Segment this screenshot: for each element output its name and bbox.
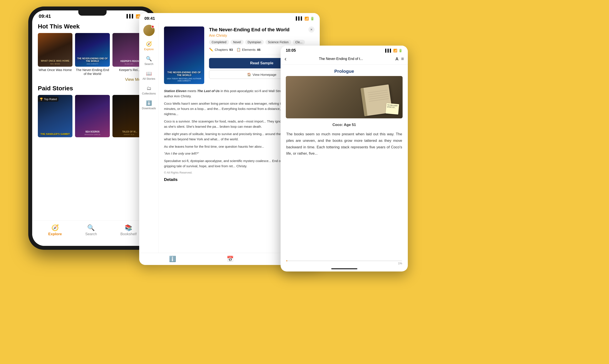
tag-completed[interactable]: Completed xyxy=(209,40,229,45)
sidebar-explore-label: Explore xyxy=(144,48,153,51)
nav-item-explore[interactable]: 🧭 Explore xyxy=(48,224,62,236)
tag-scifi[interactable]: Science Fiction xyxy=(265,40,291,45)
tablet-wifi-icon: 📶 xyxy=(304,16,309,21)
sidebar-all-stories-icon: 📖 xyxy=(146,71,152,77)
home-icon: 🏠 xyxy=(247,73,251,77)
reader-progress-fill xyxy=(286,260,287,261)
hot-books-grid: WHAT ONCE WAS HOME B.K. BASS What Once W… xyxy=(38,33,147,76)
sidebar-item-collections[interactable]: 🗂 Collections xyxy=(142,86,156,95)
tablet-signal-icon: ▌▌▌ xyxy=(296,16,303,20)
book-card-sea[interactable]: SEA SCEROS BRANSON GARCIA xyxy=(75,95,110,137)
sidebar-all-stories-label: All Stories xyxy=(142,77,155,80)
book-title-never-ending: The Never-Ending End of the World xyxy=(75,68,110,76)
bookshelf-label: Bookshelf xyxy=(120,232,137,236)
book-detail-cover: THE NEVER-ENDING END OF THE WORLD USA TO… xyxy=(164,26,204,84)
book-cover-what-once: WHAT ONCE WAS HOME B.K. BASS xyxy=(38,33,72,67)
reader-progress-label: 1% xyxy=(286,262,402,265)
book-cover-never-ending: THE NEVER-ENDING END OF THE WORLD ANN CH… xyxy=(75,33,110,67)
reader-home-bar xyxy=(331,268,357,269)
book-cover-handler: 🏆 Top Rated THE HANDLER'S GAMBIT xyxy=(38,95,72,137)
bottom-calendar-icon[interactable]: 📅 xyxy=(227,256,234,262)
phone-1-bottom-nav: 🧭 Explore 🔍 Search 📚 Bookshelf xyxy=(32,220,153,246)
view-more-link[interactable]: View More › xyxy=(38,77,147,82)
tag-dystopian[interactable]: Dystopian xyxy=(245,40,264,45)
reader-time: 10:05 xyxy=(286,48,296,53)
chapters-icon: ✏️ xyxy=(209,48,213,52)
phone-notch xyxy=(78,11,107,16)
explore-label: Explore xyxy=(48,232,62,236)
signal-icon: ▌▌▌ xyxy=(126,14,134,18)
bookshelf-icon: 📚 xyxy=(125,224,132,231)
reader-illustration: TO DELIVERSTOC-ST... xyxy=(286,76,402,118)
book-card-never-ending[interactable]: THE NEVER-ENDING END OF THE WORLD ANN CH… xyxy=(75,33,110,76)
reader-progress-container: 1% xyxy=(281,259,408,266)
elements-value: 46 xyxy=(257,48,261,52)
tag-other[interactable]: Cle... xyxy=(293,40,305,45)
sidebar-downloads-icon: ⬇️ xyxy=(146,100,152,106)
nav-item-bookshelf[interactable]: 📚 Bookshelf xyxy=(120,224,137,236)
sidebar-avatar-container xyxy=(143,25,155,36)
sidebar-search-icon: 🔍 xyxy=(146,56,152,62)
close-button[interactable]: ✕ xyxy=(308,26,315,33)
sidebar-downloads-label: Downloads xyxy=(142,107,156,110)
sidebar-item-search[interactable]: 🔍 Search xyxy=(144,56,153,65)
paid-books-grid: 🏆 Top Rated THE HANDLER'S GAMBIT SEA SCE… xyxy=(38,95,147,137)
sidebar-item-explore[interactable]: 🧭 Explore xyxy=(144,41,153,51)
reader-font-button[interactable]: A xyxy=(395,56,399,62)
book-card-handler[interactable]: 🏆 Top Rated THE HANDLER'S GAMBIT xyxy=(38,95,72,137)
avatar-notification-dot xyxy=(151,25,154,28)
phone-1-time: 09:41 xyxy=(39,13,51,19)
reader-status-icons: ▌▌▌ 📶 🔋 xyxy=(385,49,402,52)
chapters-label: Chapters xyxy=(215,48,228,52)
tag-novel[interactable]: Novel xyxy=(231,40,244,45)
search-icon: 🔍 xyxy=(87,224,95,231)
reader: 10:05 ▌▌▌ 📶 🔋 ‹ The Never-Ending End of … xyxy=(281,46,408,272)
tags-row: Completed Novel Dystopian Science Fictio… xyxy=(209,40,315,45)
book-card-what-once[interactable]: WHAT ONCE WAS HOME B.K. BASS What Once W… xyxy=(38,33,72,76)
elements-label: Elements xyxy=(242,48,256,52)
book-detail-title: The Never-Ending End of the World xyxy=(209,27,315,33)
reader-home-indicator xyxy=(281,266,408,272)
reader-progress-track xyxy=(286,260,402,261)
phone-1: 09:41 ▌▌▌ 📶 🔋 Hot This Week WHAT ONCE WA… xyxy=(28,7,157,250)
tablet-status-bar: 09:41 ▌▌▌ 📶 🔋 xyxy=(139,13,320,23)
book-title-what-once: What Once Was Home xyxy=(38,68,72,72)
paid-section-title: Paid Stories xyxy=(38,85,147,92)
explore-icon: 🧭 xyxy=(51,224,59,231)
sidebar-item-downloads[interactable]: ⬇️ Downloads xyxy=(142,100,156,110)
nav-item-search[interactable]: 🔍 Search xyxy=(85,224,97,236)
tablet-battery-icon: 🔋 xyxy=(310,16,315,21)
reader-status-bar: 10:05 ▌▌▌ 📶 🔋 xyxy=(281,46,408,54)
reader-chapter-subtitle: Coco: Age 51 xyxy=(281,121,408,129)
hot-section-title: Hot This Week xyxy=(38,23,147,30)
view-homepage-label: View Homepage xyxy=(252,73,277,77)
phone-1-home-indicator xyxy=(78,243,107,244)
reader-toc-button[interactable]: ≡ xyxy=(401,56,404,62)
reader-signal-icon: ▌▌▌ xyxy=(385,49,392,52)
reader-nav-bar: ‹ The Never-Ending End of t... A ≡ xyxy=(281,54,408,65)
book-detail-author: Ann Christy xyxy=(209,34,315,38)
sidebar-search-label: Search xyxy=(144,62,153,65)
bottom-info-icon[interactable]: ℹ️ xyxy=(169,256,176,262)
tablet-sidebar: 🧭 Explore 🔍 Search 📖 All Stories 🗂 Colle… xyxy=(139,23,159,253)
sidebar-collections-label: Collections xyxy=(142,92,156,95)
tablet-time: 09:41 xyxy=(144,16,155,21)
reader-back-button[interactable]: ‹ xyxy=(285,55,286,62)
sidebar-collections-icon: 🗂 xyxy=(147,86,151,91)
search-label: Search xyxy=(85,232,97,236)
stat-chapters: ✏️ Chapters 93 xyxy=(209,48,233,52)
book-cover-sea: SEA SCEROS BRANSON GARCIA xyxy=(75,95,110,137)
elements-icon: 📋 xyxy=(236,48,241,52)
top-rated-badge: 🏆 Top Rated xyxy=(38,97,58,102)
sidebar-explore-icon: 🧭 xyxy=(146,41,152,47)
reader-text-content: The books seem so much more present when… xyxy=(281,129,408,259)
reader-title-text: The Never-Ending End of t... xyxy=(286,57,395,61)
reader-battery-icon: 🔋 xyxy=(399,49,402,52)
sidebar-item-all-stories[interactable]: 📖 All Stories xyxy=(142,71,155,80)
reader-wifi-icon: 📶 xyxy=(393,49,397,52)
stat-elements: 📋 Elements 46 xyxy=(236,48,261,52)
reader-chapter-heading: Prologue xyxy=(281,65,408,76)
sticky-note: TO DELIVERSTOC-ST... xyxy=(386,103,399,115)
phone-1-screen: 09:41 ▌▌▌ 📶 🔋 Hot This Week WHAT ONCE WA… xyxy=(32,11,153,246)
tablet-status-icons: ▌▌▌ 📶 🔋 xyxy=(296,16,315,21)
